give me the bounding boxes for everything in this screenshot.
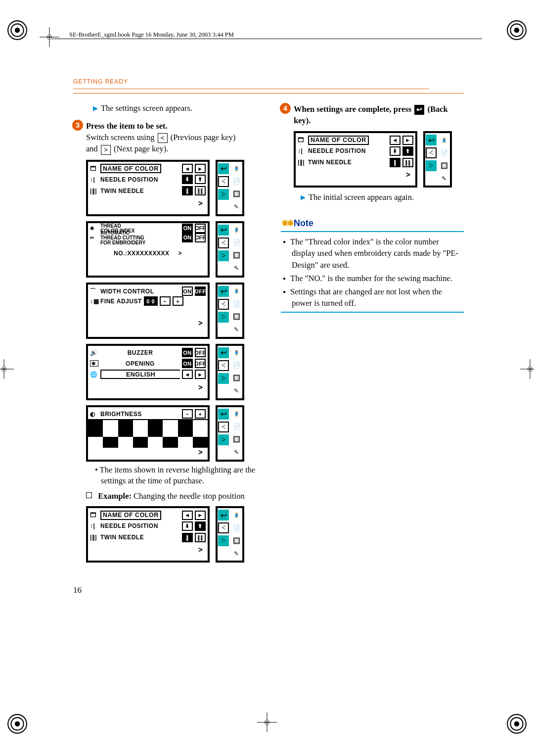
tci-on-button[interactable]: ON [182, 224, 193, 233]
regmark-top-right [506, 20, 527, 41]
needle-down-button[interactable]: ⬇ [182, 175, 193, 184]
no-label: NO.:XXXXXXXXXX [114, 250, 169, 257]
back-key[interactable]: ↩ [218, 510, 229, 520]
arrow-right-button[interactable]: ► [195, 511, 206, 520]
svg-point-11 [514, 721, 520, 727]
crosshair-top [40, 27, 59, 47]
wc-on-button[interactable]: ON [182, 286, 193, 296]
svg-point-5 [514, 28, 520, 33]
next-key[interactable]: > [218, 535, 229, 546]
arrow-left-button[interactable]: ◄ [182, 164, 193, 173]
prev-key[interactable]: < [218, 176, 229, 187]
next-key[interactable]: > [218, 312, 229, 323]
example-square-icon [86, 492, 92, 498]
fine-adjust-value: 0 0 [144, 296, 158, 306]
back-key[interactable]: ↩ [218, 225, 229, 236]
wc-off-button[interactable]: OFF [195, 286, 206, 296]
tci-off-button[interactable]: OFF [195, 224, 206, 233]
side-icon-1: 🧵 [231, 225, 242, 236]
back-key[interactable]: ↩ [218, 163, 229, 174]
name-of-color-label: NAME OF COLOR [308, 136, 369, 145]
buzzer-on-button[interactable]: ON [182, 348, 193, 357]
step-4: 4 When settings are complete, press ↩ (B… [281, 103, 464, 126]
prev-key[interactable]: < [218, 422, 229, 432]
crosshair-right [520, 359, 534, 379]
needle-position-label: NEEDLE POSITION [100, 522, 158, 529]
ac-on-button[interactable]: ON [182, 233, 193, 242]
arrow-right-button[interactable]: ► [402, 136, 413, 145]
back-key-inline: ↩ [414, 105, 424, 115]
buzzer-icon: 🔊 [90, 349, 98, 356]
ac-off-button[interactable]: OFF [195, 233, 206, 242]
fine-minus-button[interactable]: − [160, 296, 171, 306]
crosshair-bottom [257, 712, 277, 732]
back-key[interactable]: ↩ [218, 286, 229, 297]
step-3: 3 Press the item to be set. Switch scree… [73, 120, 256, 155]
next-key[interactable]: > [218, 189, 229, 200]
needle-down-button[interactable]: ⬇ [182, 521, 193, 531]
lang-right-button[interactable]: ► [195, 370, 206, 379]
opening-off-button[interactable]: OFF [195, 359, 206, 368]
side-icon-2: 📄 [231, 237, 242, 248]
more-indicator: > [88, 448, 208, 460]
needle-up-button[interactable]: ⬆ [402, 146, 413, 156]
note-block: ✷✷ Note The "Thread color index" is the … [281, 217, 464, 313]
more-indicator: > [88, 381, 208, 395]
intro-result: ▶The settings screen appears. [93, 103, 256, 113]
needle-position-label: NEEDLE POSITION [308, 147, 366, 154]
twin-single-button[interactable]: ‖ [390, 158, 400, 167]
right-column: 4 When settings are complete, press ↩ (B… [281, 103, 464, 313]
prev-page-key: < [158, 133, 168, 143]
prev-key[interactable]: < [218, 360, 229, 371]
fine-plus-button[interactable]: + [173, 296, 183, 306]
brightness-icon: ◐ [90, 411, 98, 418]
back-key[interactable]: ↩ [218, 409, 229, 420]
brightness-minus-button[interactable]: − [182, 409, 193, 419]
crosshair-left [0, 359, 14, 379]
step-4-number: 4 [280, 103, 291, 114]
back-key[interactable]: ↩ [218, 347, 229, 358]
prev-key[interactable]: < [426, 147, 437, 158]
prev-key[interactable]: < [218, 299, 229, 310]
header-rule [52, 39, 482, 39]
fine-adjust-label: FINE ADJUST [100, 298, 142, 305]
side-icon-4: ✎ [231, 202, 242, 213]
arrow-left-button[interactable]: ◄ [390, 136, 400, 145]
next-key[interactable]: > [218, 250, 229, 261]
lang-left-button[interactable]: ◄ [182, 370, 193, 379]
next-key[interactable]: > [218, 373, 229, 384]
lcd-panel-5: ◐ BRIGHTNESS − + > ↩🧵 <>📄🔲✎ [86, 405, 256, 462]
twin-double-button[interactable]: ‖‖ [402, 158, 413, 167]
regmark-top-left [7, 20, 28, 41]
arrow-right-button[interactable]: ► [195, 164, 206, 173]
twin-needle-label: TWIN NEEDLE [308, 159, 352, 166]
note-item: The "NO." is the number for the sewing m… [292, 273, 464, 284]
svg-point-8 [15, 721, 20, 727]
prev-key[interactable]: < [218, 522, 229, 533]
next-key[interactable]: > [218, 434, 229, 445]
result-arrow-icon: ▶ [301, 193, 306, 201]
brightness-plus-button[interactable]: + [195, 409, 206, 419]
brightness-checker-1 [88, 419, 208, 437]
twin-double-button[interactable]: ‖‖ [195, 533, 206, 542]
needle-up-button[interactable]: ⬆ [195, 521, 206, 531]
arrow-left-button[interactable]: ◄ [182, 511, 193, 520]
twin-needle-label: TWIN NEEDLE [100, 534, 144, 541]
back-key[interactable]: ↩ [426, 135, 437, 145]
opening-on-button[interactable]: ON [182, 359, 193, 368]
note-item: The "Thread color index" is the color nu… [292, 236, 464, 270]
note-item: Settings that are changed are not lost w… [292, 286, 464, 309]
twin-single-button[interactable]: ‖ [182, 533, 193, 542]
language-label: ENGLISH [100, 370, 180, 379]
needle-up-button[interactable]: ⬆ [195, 175, 206, 184]
buzzer-off-button[interactable]: OFF [195, 348, 206, 357]
next-key[interactable]: > [426, 160, 437, 171]
needle-down-button[interactable]: ⬇ [390, 146, 400, 156]
twin-double-button[interactable]: ‖‖ [195, 186, 206, 195]
prev-key[interactable]: < [218, 237, 229, 248]
twin-single-button[interactable]: ‖ [182, 186, 193, 195]
left-column: ▶The settings screen appears. 3 Press th… [73, 103, 256, 566]
side-icon-1: 🧵 [231, 163, 242, 174]
lcd-panel-4: 🔊 BUZZER ON OFF ❀ OPENING ON OFF 🌐 ENGLI… [86, 344, 256, 400]
note-heading: ✷✷ Note [281, 217, 464, 232]
